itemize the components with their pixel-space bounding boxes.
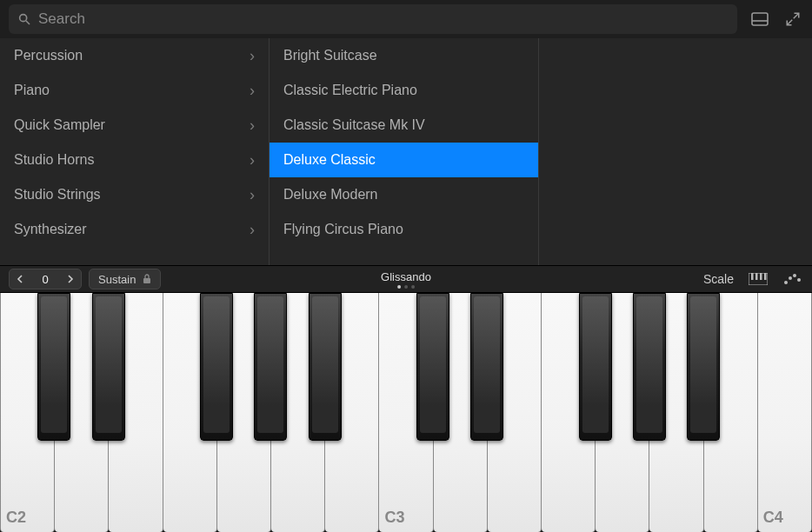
patch-item[interactable]: Classic Suitcase Mk IV: [270, 108, 538, 143]
category-label: Quick Sampler: [14, 117, 105, 133]
octave-value: 0: [30, 273, 60, 286]
category-label: Synthesizer: [14, 222, 87, 237]
scale-button[interactable]: Scale: [703, 272, 734, 286]
category-column: Percussion›Piano›Quick Sampler›Studio Ho…: [0, 38, 270, 265]
patch-label: Bright Suitcase: [283, 48, 377, 63]
piano-keyboard[interactable]: C2C3C4: [0, 293, 812, 532]
patch-label: Classic Suitcase Mk IV: [283, 117, 425, 133]
patch-item[interactable]: Flying Circus Piano: [270, 212, 538, 247]
instrument-browser: Percussion›Piano›Quick Sampler›Studio Ho…: [0, 38, 812, 265]
lock-icon: [143, 274, 151, 284]
black-key[interactable]: [579, 293, 612, 441]
white-key[interactable]: C4: [758, 293, 812, 532]
patch-label: Deluxe Classic: [283, 152, 376, 168]
page-dots: [397, 285, 415, 289]
category-item[interactable]: Synthesizer›: [0, 212, 269, 247]
play-mode-selector[interactable]: Glissando: [381, 270, 431, 289]
patch-column: Bright SuitcaseClassic Electric PianoCla…: [270, 38, 539, 265]
detail-column: [539, 38, 812, 265]
svg-rect-2: [752, 13, 768, 25]
patch-label: Flying Circus Piano: [283, 222, 403, 237]
key-label: C4: [763, 509, 783, 527]
patch-label: Classic Electric Piano: [283, 83, 417, 98]
search-field[interactable]: [9, 4, 737, 34]
patch-label: Deluxe Modern: [283, 187, 378, 203]
svg-rect-9: [755, 273, 758, 280]
black-key[interactable]: [92, 293, 125, 441]
svg-point-15: [797, 278, 801, 282]
chevron-right-icon: ›: [250, 47, 255, 65]
keyboard-control-strip: 0 Sustain Glissando Scale: [0, 265, 812, 293]
sustain-button[interactable]: Sustain: [89, 269, 161, 289]
black-key[interactable]: [309, 293, 342, 441]
black-key[interactable]: [633, 293, 666, 441]
chevron-right-icon: ›: [250, 186, 255, 204]
category-label: Studio Strings: [14, 187, 101, 203]
chevron-right-icon: ›: [250, 82, 255, 100]
category-label: Studio Horns: [14, 152, 95, 168]
category-item[interactable]: Percussion›: [0, 38, 269, 73]
keyboard-view-icon[interactable]: [748, 270, 769, 288]
category-label: Percussion: [14, 48, 83, 63]
svg-rect-11: [764, 273, 767, 280]
black-key[interactable]: [687, 293, 720, 441]
black-key[interactable]: [200, 293, 233, 441]
svg-rect-8: [751, 273, 754, 280]
svg-rect-6: [143, 278, 150, 283]
search-icon: [17, 12, 31, 26]
svg-point-13: [789, 276, 792, 280]
category-item[interactable]: Piano›: [0, 73, 269, 108]
svg-line-4: [794, 13, 799, 18]
category-label: Piano: [14, 83, 50, 98]
svg-line-1: [26, 21, 30, 24]
search-bar: [0, 0, 812, 38]
octave-up-button[interactable]: [60, 269, 81, 289]
key-label: C3: [384, 509, 404, 527]
chevron-right-icon: ›: [250, 116, 255, 135]
black-key[interactable]: [254, 293, 287, 441]
patch-item[interactable]: Deluxe Modern: [270, 177, 538, 212]
search-input[interactable]: [38, 10, 729, 28]
svg-point-14: [793, 274, 796, 277]
black-key[interactable]: [37, 293, 70, 441]
expand-icon[interactable]: [782, 9, 803, 30]
black-key[interactable]: [470, 293, 503, 441]
octave-stepper[interactable]: 0: [9, 269, 82, 289]
category-item[interactable]: Studio Horns›: [0, 143, 269, 177]
patch-item[interactable]: Classic Electric Piano: [270, 73, 538, 108]
svg-line-5: [787, 20, 792, 25]
category-item[interactable]: Quick Sampler›: [0, 108, 269, 143]
chevron-right-icon: ›: [250, 151, 255, 170]
chevron-right-icon: ›: [250, 221, 255, 239]
key-label: C2: [6, 509, 26, 527]
svg-point-0: [20, 15, 27, 22]
patch-item[interactable]: Deluxe Classic: [270, 143, 538, 177]
patch-item[interactable]: Bright Suitcase: [270, 38, 538, 73]
black-key[interactable]: [416, 293, 449, 441]
svg-point-12: [784, 281, 788, 284]
play-mode-label: Glissando: [381, 270, 431, 283]
panel-toggle-button[interactable]: [749, 9, 770, 30]
category-item[interactable]: Studio Strings›: [0, 177, 269, 212]
octave-down-button[interactable]: [10, 269, 30, 289]
svg-rect-10: [760, 273, 762, 280]
arpeggiator-icon[interactable]: [782, 270, 803, 288]
sustain-label: Sustain: [98, 273, 136, 286]
